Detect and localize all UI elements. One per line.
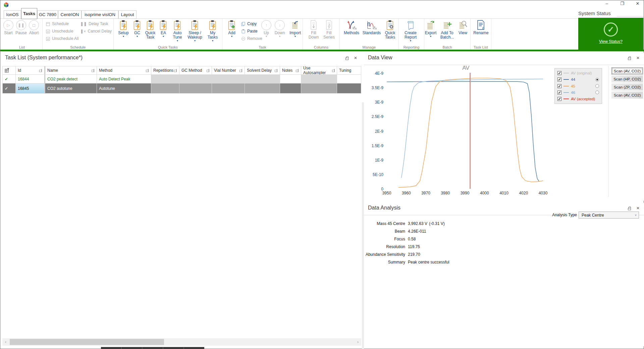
close-panel-icon[interactable]: ✕ (636, 56, 640, 60)
legend-item-44[interactable]: ✓ 44 (557, 77, 599, 82)
task-row-16845-selected[interactable]: ✓ 16845 CO2 autotune Autotune (2, 83, 361, 94)
row-selector-header[interactable] (2, 66, 16, 75)
col-header-use-autosampler[interactable]: Use Autosampler (301, 66, 337, 75)
legend-item-46[interactable]: ✓ 46 (557, 90, 599, 95)
stop-icon: ◻ (29, 19, 39, 31)
checkbox-checked-icon[interactable]: ✓ (557, 91, 561, 95)
col-header-solvent-delay[interactable]: Solvent Delay (245, 66, 280, 75)
maximize-button[interactable]: ❐ (618, 1, 626, 6)
col-header-gc-method[interactable]: GC Method (179, 66, 212, 75)
col-header-vial-number[interactable]: Vial Number (212, 66, 245, 75)
manage-quick-tasks-button[interactable]: Quick Tasks (383, 19, 397, 44)
tab-tasks[interactable]: Tasks (21, 8, 37, 19)
export-button[interactable]: Export (424, 19, 437, 44)
ribbon-group-schedule: Schedule Unschedule Unschedule All ❚❚ De… (43, 19, 114, 50)
move-down-button[interactable]: ↓ Down (273, 19, 286, 44)
import-button[interactable]: Import (288, 19, 302, 44)
start-button[interactable]: ▷ Start (2, 19, 14, 44)
radio-selected-icon[interactable] (595, 78, 599, 81)
cell-id[interactable]: 16844 (16, 75, 45, 83)
analysis-type-select[interactable]: Peak Centre ˅ (579, 212, 639, 219)
add-button[interactable]: Add (225, 19, 238, 44)
arrow-down-icon: ↓ (275, 19, 285, 31)
pause-button[interactable]: ❚❚ Pause (15, 19, 27, 44)
checkbox-checked-icon[interactable]: ✓ (557, 97, 561, 101)
move-up-button[interactable]: ↑ Up (260, 19, 273, 44)
tab-layout[interactable]: Layout (118, 10, 137, 19)
quick-task-button[interactable]: Quick Task (143, 19, 158, 44)
cell-id-editing[interactable]: 16845 (16, 83, 45, 94)
scroll-left-arrow[interactable]: ‹ (3, 340, 8, 344)
remove-button[interactable]: Remove (241, 36, 262, 42)
close-panel-icon[interactable]: ✕ (636, 206, 640, 210)
standards-button[interactable]: Standards (361, 19, 382, 44)
tab-gc7890[interactable]: GC 7890 (37, 10, 58, 19)
horizontal-scrollbar[interactable]: ‹ › (2, 338, 361, 346)
methods-button[interactable]: Methods (342, 19, 361, 44)
cell-method[interactable]: Autotune (97, 83, 151, 94)
close-button[interactable]: ✕ (634, 1, 642, 6)
pin-panel-icon[interactable] (345, 58, 348, 60)
scan-av-co2-button[interactable]: Scan (AV, CO2) (611, 67, 643, 74)
rename-button[interactable]: i Rename (472, 19, 490, 44)
unschedule-button[interactable]: Unschedule (46, 28, 73, 34)
tab-ionos[interactable]: IonOS (4, 10, 21, 19)
ea-button[interactable]: EA (157, 19, 170, 44)
view-status-link[interactable]: View Status? (599, 39, 623, 44)
col-header-tuning[interactable]: Tuning (337, 66, 361, 75)
radio-unselected-icon[interactable] (595, 91, 599, 94)
col-header-method[interactable]: Method (97, 66, 151, 75)
tab-centrion[interactable]: CentrION (58, 10, 82, 19)
my-tasks-button[interactable]: My Tasks (205, 19, 220, 44)
create-report-button[interactable]: Create Report (400, 19, 421, 44)
schedule-button[interactable]: Schedule (46, 21, 69, 27)
gc-button[interactable]: GC (131, 19, 144, 44)
scrollbar-thumb[interactable] (10, 339, 164, 345)
abort-button[interactable]: ◻ Abort (28, 19, 40, 44)
x-tick: 4000 (477, 191, 492, 195)
fill-series-button[interactable]: Fill Series (322, 19, 336, 44)
cell-name[interactable]: CO2 autotune (45, 83, 97, 94)
legend-item-45[interactable]: ✓ 45 (557, 83, 599, 89)
legend-item-av-original[interactable]: ✓ AV (original) (557, 70, 599, 76)
cell-notes[interactable] (280, 75, 301, 83)
peak-scan-chart[interactable] (386, 71, 544, 189)
scroll-right-arrow[interactable]: › (355, 340, 361, 344)
cell-tuning[interactable] (337, 83, 361, 94)
cell-vial-number (212, 75, 245, 83)
pin-panel-icon[interactable] (628, 58, 631, 60)
cancel-delay-button[interactable]: ❚✕ Cancel Delay (80, 28, 112, 34)
col-header-id[interactable]: Id (16, 66, 45, 75)
view-batch-button[interactable]: View (457, 19, 469, 44)
radio-unselected-icon[interactable] (595, 84, 599, 88)
legend-item-av-accepted[interactable]: ✓ AV (accepted) (557, 96, 599, 102)
paste-button[interactable]: Paste (241, 28, 258, 34)
minimize-button[interactable]: – (603, 1, 611, 6)
cell-method[interactable]: Auto Detect Peak (97, 75, 151, 83)
cell-name[interactable]: CO2 peak detect (45, 75, 97, 83)
tab-isoprime-vision[interactable]: isoprime visION (82, 10, 118, 19)
auto-tune-button[interactable]: Auto Tune (170, 19, 185, 44)
copy-button[interactable]: Copy (241, 21, 257, 27)
unschedule-all-button[interactable]: Unschedule All (46, 36, 78, 42)
add-to-batch-button[interactable]: Add To Batch... (438, 19, 456, 44)
cell-tuning[interactable] (337, 75, 361, 83)
setup-button[interactable]: Setup (116, 19, 131, 44)
cell-notes[interactable] (280, 83, 301, 94)
col-header-notes[interactable]: Notes (280, 66, 301, 75)
delay-task-button[interactable]: ❚❚ Delay Task (80, 21, 108, 27)
close-panel-icon[interactable]: ✕ (354, 56, 357, 60)
checkbox-checked-icon[interactable]: ✓ (557, 84, 561, 88)
scan-av-co2-button-2[interactable]: Scan (AV, CO2) (611, 92, 643, 99)
checkbox-checked-icon[interactable]: ✓ (557, 71, 561, 75)
col-header-name[interactable]: Name (45, 66, 97, 75)
col-header-repetitions[interactable]: Repetitions (151, 66, 179, 75)
scan-hp-co2-button[interactable]: Scan (HP, CO2) (611, 75, 643, 82)
fill-down-button[interactable]: Fill Down (307, 19, 320, 44)
system-status-panel[interactable]: ✓ View Status? (578, 18, 643, 51)
task-row-16844[interactable]: ✓ 16844 CO2 peak detect Auto Detect Peak (2, 75, 361, 83)
pin-panel-icon[interactable] (628, 208, 631, 210)
sleep-wakeup-button[interactable]: Sleep / Wakeup (186, 19, 204, 44)
checkbox-checked-icon[interactable]: ✓ (557, 77, 561, 81)
scan-zp-co2-button[interactable]: Scan (ZP, CO2) (611, 83, 643, 91)
